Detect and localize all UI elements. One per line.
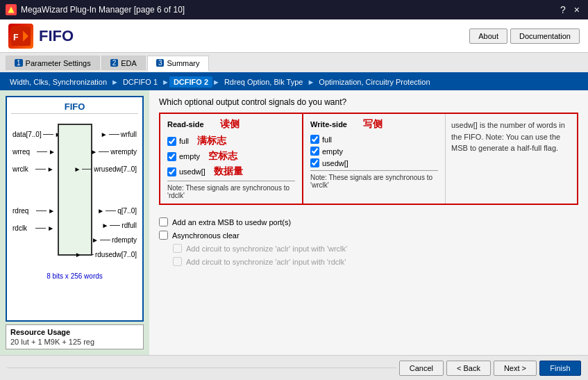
signal-q: ► q[7..0] — [97, 207, 137, 215]
logo-icon: F — [8, 24, 33, 49]
sync-aclr-wrclk-row: Add circuit to synchronize 'aclr' input … — [173, 244, 578, 253]
about-button[interactable]: About — [469, 28, 507, 44]
read-empty-chinese: 空标志 — [208, 150, 237, 163]
write-full-row: full — [310, 135, 438, 144]
back-button[interactable]: < Back — [446, 361, 491, 376]
fifo-size-text: 8 bits x 256 words — [11, 272, 138, 280]
window-controls: ? × — [557, 4, 582, 15]
fifo-diagram-title: FIFO — [11, 101, 138, 114]
read-empty-row: empty 空标志 — [167, 150, 295, 163]
window-title: MegaWizard Plug-In Manager [page 6 of 10… — [21, 5, 185, 15]
write-usedw-checkbox[interactable] — [310, 158, 319, 167]
write-side-label: Write-side — [310, 120, 347, 129]
signal-rdfull: ► rdfull — [101, 222, 137, 229]
read-usedw-checkbox[interactable] — [167, 167, 176, 176]
write-side-header: Write-side 写侧 — [310, 118, 438, 131]
write-side-col: Write-side 写侧 full empty usedw[] — [303, 114, 445, 204]
tab-summary-label: Summary — [167, 59, 199, 67]
signal-wrusedw: ► wrusedw[7..0] — [74, 165, 137, 173]
write-usedw-row: usedw[] — [310, 158, 438, 167]
write-full-label: full — [322, 135, 332, 144]
right-signals-bottom: ► q[7..0] ► rdfull ► rdempty — [75, 207, 137, 258]
breadcrumb-width[interactable]: Width, Clks, Synchronization — [6, 78, 111, 86]
write-empty-checkbox[interactable] — [310, 147, 319, 156]
async-clear-row: Asynchronous clear — [159, 231, 578, 240]
read-full-label: full — [179, 137, 189, 145]
app-icon — [6, 4, 17, 15]
next-button[interactable]: Next > — [494, 361, 537, 376]
tab-eda-label: EDA — [121, 59, 137, 67]
signal-rdreq: rdreq ► — [12, 207, 55, 215]
sync-aclr-wrclk-checkbox[interactable] — [173, 244, 182, 253]
signal-rdempty: ► rdempty — [92, 236, 137, 244]
sync-aclr-rdclk-checkbox[interactable] — [173, 257, 182, 266]
read-side-label: Read-side — [167, 120, 204, 129]
read-empty-label: empty — [179, 152, 200, 160]
cancel-button[interactable]: Cancel — [399, 361, 444, 376]
header-bar: F FIFO About Documentation — [0, 19, 588, 53]
title-bar: MegaWizard Plug-In Manager [page 6 of 10… — [0, 0, 588, 19]
tab-eda[interactable]: 2 EDA — [101, 56, 146, 70]
write-side-chinese: 写侧 — [363, 118, 383, 129]
tab-summary[interactable]: 3 Summary — [147, 56, 209, 72]
breadcrumb-dcfifo2[interactable]: DCFIFO 2 — [169, 76, 212, 88]
hint-panel: usedw[] is the number of words in the FI… — [445, 114, 577, 204]
extra-msb-checkbox[interactable] — [159, 217, 168, 226]
extra-msb-row: Add an extra MSB to usedw port(s) — [159, 217, 578, 226]
close-button[interactable]: × — [571, 4, 582, 15]
right-signals-top: ► wrfull ► wrempty ► wrusedw[7..0 — [74, 131, 137, 173]
tab-parameter-settings[interactable]: 1 Parameter Settings — [6, 56, 100, 70]
signal-rdclk: rdclk ► — [12, 224, 55, 232]
write-empty-row: empty — [310, 147, 438, 156]
signal-wrreq: wrreq ► — [12, 148, 62, 156]
read-full-row: full 满标志 — [167, 135, 295, 147]
documentation-button[interactable]: Documentation — [510, 28, 580, 44]
read-empty-checkbox[interactable] — [167, 152, 176, 161]
read-side-col: Read-side 读侧 full 满标志 empty 空标志 — [160, 114, 303, 204]
breadcrumb-optimization[interactable]: Optimization, Circuitry Protection — [314, 78, 434, 86]
resource-box: Resource Usage 20 lut + 1 M9K + 125 reg — [6, 324, 144, 349]
options-section: Add an extra MSB to usedw port(s) Asynch… — [159, 217, 578, 270]
write-note: Note: These signals are synchronous to '… — [310, 170, 438, 189]
help-button[interactable]: ? — [557, 4, 569, 15]
read-usedw-row: usedw[] 数据量 — [167, 165, 295, 178]
signal-rdusedw: ► rdusedw[7..0] — [75, 251, 137, 258]
read-full-chinese: 满标志 — [197, 135, 226, 147]
content-area: FIFO data[7..0] ► wrreq ► — [0, 90, 588, 355]
separator-line — [7, 367, 396, 368]
signal-wrfull: ► wrfull — [101, 131, 137, 138]
async-clear-checkbox[interactable] — [159, 231, 168, 240]
main-window: MegaWizard Plug-In Manager [page 6 of 10… — [0, 0, 588, 380]
breadcrumb-bar: Width, Clks, Synchronization ► DCFIFO 1 … — [0, 74, 588, 90]
write-full-checkbox[interactable] — [310, 135, 319, 144]
tabs-bar: 1 Parameter Settings 2 EDA 3 Summary — [0, 53, 588, 74]
left-signals: data[7..0] ► wrreq ► wrclk ► — [12, 131, 62, 173]
header-logo: F FIFO — [8, 24, 74, 49]
sync-aclr-rdclk-label: Add circuit to synchronize 'aclr' input … — [186, 258, 346, 266]
question-text: Which optional output control signals do… — [159, 97, 578, 107]
read-usedw-label: usedw[] — [179, 167, 205, 176]
right-main: Which optional output control signals do… — [149, 90, 588, 355]
signal-wrclk: wrclk ► — [12, 165, 62, 173]
bottom-bar: Cancel < Back Next > Finish — [0, 355, 588, 380]
header-buttons: About Documentation — [469, 28, 580, 44]
fifo-diagram: FIFO data[7..0] ► wrreq ► — [6, 96, 144, 322]
extra-msb-label: Add an extra MSB to usedw port(s) — [172, 218, 291, 226]
logo-text: FIFO — [39, 27, 74, 45]
read-side-header: Read-side 读侧 — [167, 118, 295, 131]
resource-value: 20 lut + 1 M9K + 125 reg — [10, 338, 139, 346]
sync-aclr-wrclk-label: Add circuit to synchronize 'aclr' input … — [186, 245, 347, 253]
signals-grid: Read-side 读侧 full 满标志 empty 空标志 — [159, 113, 578, 205]
breadcrumb-rdreq[interactable]: Rdreq Option, Blk Type — [220, 78, 308, 86]
signal-wrempty: ► wrempty — [90, 148, 137, 156]
read-side-chinese: 读侧 — [220, 118, 240, 129]
async-clear-label: Asynchronous clear — [172, 231, 240, 240]
read-note: Note: These signals are synchronous to '… — [167, 181, 295, 199]
left-signals-bottom: rdreq ► rdclk ► — [12, 207, 55, 232]
finish-button[interactable]: Finish — [539, 361, 581, 376]
svg-text:F: F — [13, 33, 19, 42]
sync-aclr-rdclk-row: Add circuit to synchronize 'aclr' input … — [173, 257, 578, 266]
resource-title: Resource Usage — [10, 328, 139, 336]
read-full-checkbox[interactable] — [167, 137, 176, 146]
breadcrumb-dcfifo1[interactable]: DCFIFO 1 — [119, 78, 162, 86]
